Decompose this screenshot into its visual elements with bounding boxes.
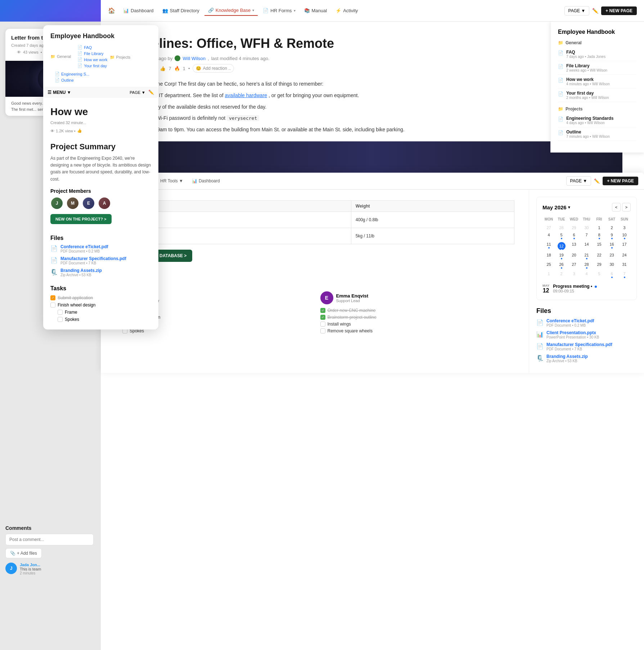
add-files-button[interactable]: 📎 + Add files	[5, 548, 42, 558]
cal-17[interactable]: 17	[618, 241, 631, 251]
commenter-author[interactable]: Jada Jon...	[20, 563, 94, 567]
cal-5[interactable]: 5	[555, 231, 568, 241]
emma-checkbox-remove[interactable]	[320, 328, 325, 333]
cal-19[interactable]: 19	[555, 251, 568, 261]
tree-faq[interactable]: 📄 FAQ	[77, 44, 107, 50]
comment-input[interactable]	[5, 534, 94, 545]
hardware-link[interactable]: available hardware	[225, 92, 267, 98]
emma-checkbox-1[interactable]: ✓	[320, 308, 325, 313]
task-checkbox-frame[interactable]	[58, 310, 63, 315]
handbook-page-button[interactable]: PAGE ▼	[130, 90, 145, 95]
cal-30b[interactable]: 30	[605, 261, 618, 270]
handbook-nav-file-library[interactable]: 📄 File Library 2 weeks ago • Will Wilson	[558, 61, 637, 75]
cal-7[interactable]: 7	[580, 231, 593, 241]
how-we-work-name: How we work	[566, 77, 610, 82]
cal-n5[interactable]: 5	[593, 270, 605, 279]
cal-29[interactable]: 29	[568, 224, 580, 231]
bg-edit-icon[interactable]: ✏️	[594, 178, 600, 184]
cal-14[interactable]: 14	[580, 241, 593, 251]
tree-file-library[interactable]: 📄 File Library	[77, 50, 107, 56]
emma-checkbox-2[interactable]: ✓	[320, 315, 325, 320]
bg-file-4[interactable]: 🗜️ Branding Assets.zip Zip Archive • 53 …	[536, 354, 637, 363]
task-checkbox-spokes[interactable]	[58, 317, 63, 322]
calendar-chevron-icon[interactable]: ▾	[568, 205, 570, 210]
cal-13[interactable]: 13	[568, 241, 580, 251]
cal-22[interactable]: 22	[593, 251, 605, 261]
handbook-file-2[interactable]: 📄 Manufacturer Specifications.pdf PDF Do…	[50, 256, 151, 265]
cal-3[interactable]: 3	[618, 224, 631, 231]
cal-6[interactable]: 6	[568, 231, 580, 241]
tree-outline[interactable]: 📄 Outline	[55, 77, 89, 83]
emma-task-1: ✓ Order new CNC machine	[320, 308, 515, 313]
cal-20[interactable]: 20	[568, 251, 580, 261]
cal-n7[interactable]: 7	[618, 270, 631, 279]
handbook-nav-outline[interactable]: 📄 Outline 7 minutes ago • Will Wilson	[558, 127, 637, 141]
cal-26[interactable]: 26	[555, 261, 568, 270]
bg-doc-nav-dashboard[interactable]: 📊 Dashboard	[189, 177, 223, 185]
calendar-prev-button[interactable]: <	[612, 203, 621, 212]
nav-knowledge-base[interactable]: 🔗 Knowledge Base ▾	[204, 5, 258, 16]
cal-11[interactable]: 11	[542, 241, 555, 251]
bg-new-page-button[interactable]: + NEW PAGE	[603, 177, 638, 185]
tree-eng-standards[interactable]: 📄 Engineering S...	[55, 71, 89, 77]
handbook-nav-eng-standards[interactable]: 📄 Engineering Standards 4 days ago • Wil…	[558, 114, 637, 127]
bg-file-2[interactable]: 📊 Client Presentation.pptx PowerPoint Pr…	[536, 330, 637, 339]
emma-checkbox-install[interactable]	[320, 322, 325, 327]
cal-n3[interactable]: 3	[568, 270, 580, 279]
task-checkbox-2[interactable]	[50, 303, 55, 308]
nav-dashboard[interactable]: 📊 Dashboard	[120, 6, 157, 15]
handbook-edit-icon[interactable]: ✏️	[148, 90, 154, 95]
add-reaction-button[interactable]: 😊 Add reaction ..	[193, 64, 234, 73]
cal-9[interactable]: 9	[605, 231, 618, 241]
cal-2[interactable]: 2	[605, 224, 618, 231]
add-reaction-label: Add reaction ..	[203, 66, 230, 71]
bg-file-3[interactable]: 📄 Manufacturer Specifications.pdf PDF Do…	[536, 342, 637, 351]
cal-16[interactable]: 16	[605, 241, 618, 251]
cal-28b[interactable]: 28	[580, 261, 593, 270]
handbook-nav-how-we-work[interactable]: 📄 How we work 4 minutes ago • Will Wilso…	[558, 75, 637, 88]
calendar-next-button[interactable]: >	[622, 203, 631, 212]
cal-29b[interactable]: 29	[593, 261, 605, 270]
cal-n2[interactable]: 2	[555, 270, 568, 279]
cal-12-today[interactable]: 12	[555, 241, 568, 251]
doc-author[interactable]: Will Wilson	[183, 56, 206, 61]
bg-page-button[interactable]: PAGE ▼	[566, 176, 591, 186]
cal-4[interactable]: 4	[542, 231, 555, 241]
cal-25[interactable]: 25	[542, 261, 555, 270]
new-page-button[interactable]: + NEW PAGE	[601, 6, 637, 15]
nav-activity[interactable]: ⚡ Activity	[332, 6, 361, 15]
nav-hr-forms[interactable]: 📄 HR Forms ▾	[259, 6, 299, 15]
cal-n6[interactable]: 6	[605, 270, 618, 279]
cal-21[interactable]: 21	[580, 251, 593, 261]
nav-manual[interactable]: 📚 Manual	[301, 6, 331, 15]
cal-n4[interactable]: 4	[580, 270, 593, 279]
handbook-menu-button[interactable]: ☰ MENU ▼	[48, 90, 71, 95]
cal-8[interactable]: 8	[593, 231, 605, 241]
home-icon[interactable]: 🏠	[108, 7, 115, 14]
tree-how-we-work[interactable]: 📄 How we work	[77, 56, 107, 63]
cal-30[interactable]: 30	[580, 224, 593, 231]
cal-18[interactable]: 18	[542, 251, 555, 261]
handbook-nav-faq[interactable]: 📄 FAQ 7 days ago • Jada Jones	[558, 47, 637, 61]
edit-icon[interactable]: ✏️	[592, 8, 598, 14]
cal-1[interactable]: 1	[593, 224, 605, 231]
cal-28[interactable]: 28	[555, 224, 568, 231]
page-button[interactable]: PAGE ▼	[564, 6, 590, 15]
cal-n1[interactable]: 1	[542, 270, 555, 279]
cal-24[interactable]: 24	[618, 251, 631, 261]
doc-icon-faq: 📄	[77, 45, 82, 50]
cal-27b[interactable]: 27	[568, 261, 580, 270]
nav-staff-directory[interactable]: 👥 Staff Directory	[159, 6, 203, 15]
cal-10[interactable]: 10	[618, 231, 631, 241]
task-checkbox-1[interactable]: ✓	[50, 295, 55, 300]
handbook-file-1[interactable]: 📄 Conference eTicket.pdf PDF Document • …	[50, 244, 151, 253]
new-on-project-button[interactable]: NEW ON THE PROJECT? >	[50, 214, 112, 224]
cal-15[interactable]: 15	[593, 241, 605, 251]
bg-file-1[interactable]: 📄 Conference eTicket.pdf PDF Document • …	[536, 318, 637, 327]
cal-27[interactable]: 27	[542, 224, 555, 231]
cal-31[interactable]: 31	[618, 261, 631, 270]
handbook-nav-your-first-day[interactable]: 📄 Your first day 2 months ago • Will Wil…	[558, 88, 637, 102]
cal-23[interactable]: 23	[605, 251, 618, 261]
tree-your-first-day[interactable]: 📄 Your first day	[77, 63, 107, 69]
handbook-file-3[interactable]: 🗜️ Branding Assets.zip Zip Archive • 53 …	[50, 268, 151, 277]
